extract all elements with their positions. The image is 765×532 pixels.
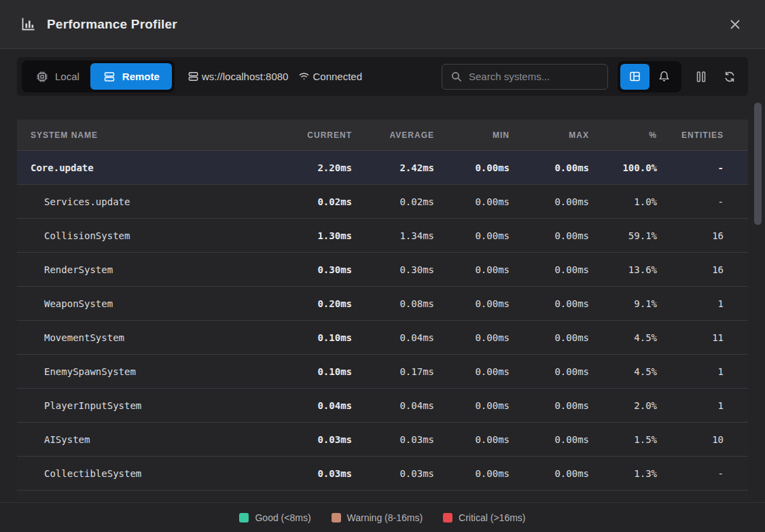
current-cell: 0.30ms [265,264,353,275]
percent-cell: 4.5% [590,332,658,343]
percent-cell: 59.1% [590,230,658,241]
entities-cell: 16 [658,230,748,241]
max-cell: 0.00ms [511,298,590,309]
current-cell: 0.03ms [265,434,353,445]
table-row[interactable]: CollisionSystem 1.30ms 1.34ms 0.00ms 0.0… [17,219,748,253]
legend-label: Warning (8-16ms) [347,512,423,523]
min-cell: 0.00ms [435,468,511,479]
table-row[interactable]: AISystem 0.03ms 0.03ms 0.00ms 0.00ms 1.5… [17,423,748,457]
toolbar: Local Remote [17,57,748,96]
column-header-max[interactable]: MAX [511,130,590,140]
max-cell: 0.00ms [511,400,590,411]
search-input[interactable] [469,71,599,82]
refresh-button[interactable] [718,64,741,90]
entities-cell: 1 [658,366,748,377]
legend-label: Good (<8ms) [255,512,310,523]
remote-mode-button[interactable]: Remote [90,63,172,90]
entities-cell: - [658,196,748,207]
min-cell: 0.00ms [435,332,511,343]
table-row[interactable]: Services.update 0.02ms 0.02ms 0.00ms 0.0… [17,185,748,219]
legend-swatch [239,513,249,522]
current-cell: 0.03ms [265,468,353,479]
column-header-current[interactable]: CURRENT [265,130,353,140]
min-cell: 0.00ms [435,400,511,411]
average-cell: 0.08ms [353,298,435,309]
table-row[interactable]: EnemySpawnSystem 0.10ms 0.17ms 0.00ms 0.… [17,355,748,389]
column-header-average[interactable]: AVERAGE [353,130,435,140]
min-cell: 0.00ms [435,298,511,309]
average-cell: 0.03ms [353,434,435,445]
pause-button[interactable] [690,64,713,90]
legend-swatch [443,513,452,522]
average-cell: 0.17ms [353,366,435,377]
server-icon [103,70,116,84]
bar-chart-icon [20,16,36,32]
average-cell: 0.03ms [353,468,435,479]
current-cell: 2.20ms [265,162,353,173]
percent-cell: 1.3% [590,468,658,479]
system-name-cell: CollisionSystem [17,230,265,241]
close-icon[interactable] [726,15,745,34]
entities-cell: 10 [658,434,748,445]
vertical-scrollbar-thumb[interactable] [754,103,762,225]
remote-mode-label: Remote [122,71,160,82]
current-cell: 0.10ms [265,366,353,377]
table-row[interactable]: Core.update 2.20ms 2.42ms 0.00ms 0.00ms … [17,151,748,185]
legend-footer: Good (<8ms) Warning (8-16ms) Critical (>… [0,502,765,532]
connection-info: ws://localhost:8080 Connected [187,70,362,83]
pause-icon [695,70,707,84]
entities-cell: 1 [658,298,748,309]
local-mode-button[interactable]: Local [24,63,90,90]
connection-status: Connected [313,71,362,82]
column-header-min[interactable]: MIN [435,130,511,140]
search-icon [450,71,463,83]
current-cell: 0.02ms [265,196,353,207]
system-name-cell: RenderSystem [17,264,265,275]
percent-cell: 9.1% [590,298,658,309]
entities-cell: 11 [658,332,748,343]
max-cell: 0.00ms [511,162,590,173]
current-cell: 1.30ms [265,230,353,241]
max-cell: 0.00ms [511,468,590,479]
max-cell: 0.00ms [511,264,590,275]
max-cell: 0.00ms [511,434,590,445]
average-cell: 1.34ms [353,230,435,241]
average-cell: 0.02ms [353,196,435,207]
percent-cell: 13.6% [590,264,658,275]
column-header-entities[interactable]: ENTITIES [658,130,748,140]
table-row[interactable]: CollectibleSystem 0.03ms 0.03ms 0.00ms 0… [17,457,748,491]
local-mode-label: Local [55,71,79,82]
min-cell: 0.00ms [435,366,511,377]
min-cell: 0.00ms [435,434,511,445]
entities-cell: 1 [658,400,748,411]
percent-cell: 1.5% [590,434,658,445]
system-name-cell: CollectibleSystem [17,468,265,479]
table-row[interactable]: WeaponSystem 0.20ms 0.08ms 0.00ms 0.00ms… [17,287,748,321]
table-row[interactable]: PlayerInputSystem 0.04ms 0.04ms 0.00ms 0… [17,389,748,423]
connection-url: ws://localhost:8080 [202,71,289,82]
alerts-button[interactable] [650,64,679,90]
column-header-percent[interactable]: % [590,130,658,140]
legend-swatch [332,513,341,522]
mode-segmented-control: Local Remote [22,60,175,92]
search-box [442,64,608,90]
system-name-cell: EnemySpawnSystem [17,366,265,377]
table-view-icon [628,70,641,83]
table-row[interactable]: RenderSystem 0.30ms 0.30ms 0.00ms 0.00ms… [17,253,748,287]
legend-item: Critical (>16ms) [443,512,525,523]
table-view-button[interactable] [620,64,650,90]
legend-item: Warning (8-16ms) [332,512,423,523]
percent-cell: 1.0% [590,196,658,207]
system-name-cell: PlayerInputSystem [17,400,265,411]
percent-cell: 100.0% [590,162,658,173]
column-header-system-name[interactable]: SYSTEM NAME [17,130,265,140]
current-cell: 0.04ms [265,400,353,411]
min-cell: 0.00ms [435,162,511,173]
view-toggle-group [618,61,681,92]
table-row[interactable]: MovementSystem 0.10ms 0.04ms 0.00ms 0.00… [17,321,748,355]
average-cell: 0.04ms [353,332,435,343]
percent-cell: 4.5% [590,366,658,377]
max-cell: 0.00ms [511,332,590,343]
system-name-cell: MovementSystem [17,332,265,343]
min-cell: 0.00ms [435,230,511,241]
